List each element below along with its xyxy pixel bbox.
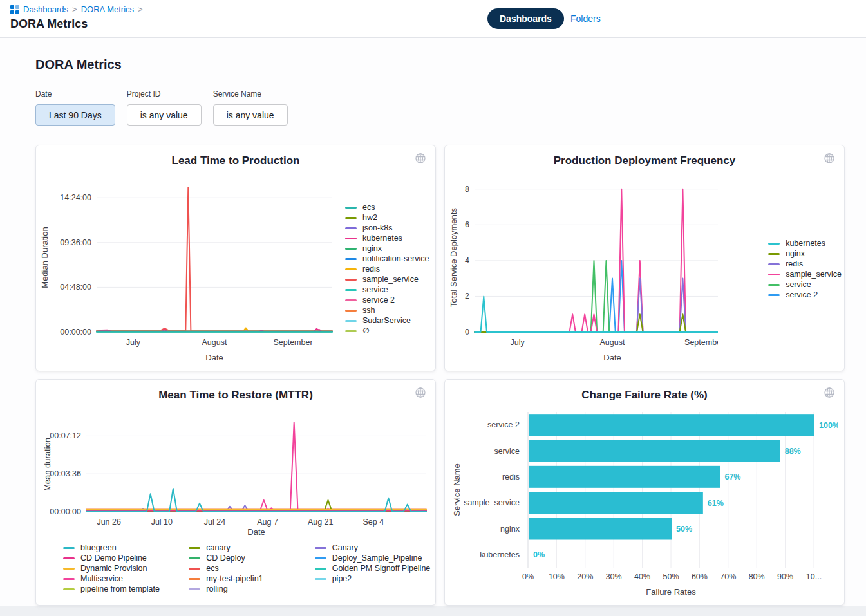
globe-icon[interactable]	[413, 151, 428, 167]
tab-folders[interactable]: Folders	[567, 13, 605, 24]
mttr-chart-title: Mean Time to Restore (MTTR)	[36, 380, 435, 402]
legend-item[interactable]: ssh	[345, 306, 429, 315]
svg-text:20%: 20%	[577, 572, 593, 581]
filter-project-id-label: Project ID	[127, 89, 202, 98]
svg-text:6: 6	[465, 220, 469, 229]
legend-swatch	[189, 588, 200, 590]
legend-item[interactable]: CD Demo Pipeline	[63, 554, 184, 563]
svg-text:04:48:00: 04:48:00	[60, 283, 91, 292]
breadcrumb-link-dora-metrics[interactable]: DORA Metrics	[81, 5, 134, 14]
change-failure-rate-card: Change Failure Rate (%) 0%10%20%30%40%50…	[444, 379, 845, 606]
filter-project-id-button[interactable]: is any value	[127, 104, 202, 126]
legend-swatch	[345, 258, 357, 260]
legend-label: my-test-pipelin1	[206, 575, 263, 583]
legend-item[interactable]: Canary	[315, 544, 435, 552]
header-page-title: DORA Metrics	[10, 17, 88, 31]
legend-swatch	[768, 243, 780, 245]
legend-item[interactable]: redis	[768, 260, 842, 268]
legend-swatch	[345, 279, 357, 281]
legend-item[interactable]: Golden PM Signoff Pipeline	[315, 565, 435, 573]
legend-item[interactable]: service 2	[768, 291, 842, 299]
legend-swatch	[315, 568, 326, 570]
legend-label: nginx	[362, 245, 382, 253]
legend-item[interactable]: Dynamic Provision	[63, 565, 184, 573]
legend-item[interactable]: ecs	[189, 565, 309, 573]
lead-time-card: Lead Time to Production 00:00:0004:48:00…	[35, 145, 436, 371]
legend-swatch	[768, 274, 780, 275]
globe-icon[interactable]	[822, 151, 836, 167]
legend-item[interactable]: ∅	[345, 327, 429, 335]
legend-swatch	[63, 557, 75, 559]
filter-date: Date Last 90 Days	[35, 89, 115, 126]
svg-text:Service Name: Service Name	[452, 463, 462, 516]
filter-service-name-button[interactable]: is any value	[213, 104, 288, 126]
breadcrumb: Dashboards > DORA Metrics >	[10, 5, 143, 14]
legend-label: redis	[786, 260, 803, 268]
filter-bar: Date Last 90 Days Project ID is any valu…	[35, 89, 288, 126]
svg-text:50%: 50%	[663, 572, 679, 581]
legend-swatch	[345, 310, 357, 312]
svg-text:00:00:00: 00:00:00	[50, 507, 81, 516]
legend-item[interactable]: json-k8s	[345, 224, 429, 232]
legend-label: service 2	[786, 291, 818, 299]
globe-icon[interactable]	[413, 386, 428, 402]
legend-item[interactable]: service 2	[345, 296, 429, 304]
legend-label: sample_service	[786, 270, 842, 279]
legend-item[interactable]: CD Deploy	[189, 554, 309, 563]
svg-text:14:24:00: 14:24:00	[60, 193, 91, 202]
filter-date-button[interactable]: Last 90 Days	[35, 104, 115, 126]
mttr-chart-plot[interactable]: 00:00:0000:03:3600:07:12Jun 26Jul 10Jul …	[41, 408, 430, 539]
svg-text:Jul 24: Jul 24	[204, 518, 225, 527]
mttr-card: Mean Time to Restore (MTTR) 00:00:0000:0…	[35, 379, 436, 606]
globe-icon[interactable]	[815, 386, 836, 400]
legend-item[interactable]: SudarService	[345, 317, 429, 325]
legend-item[interactable]: sample_service	[345, 275, 429, 284]
breadcrumb-link-dashboards[interactable]: Dashboards	[23, 5, 68, 14]
legend-item[interactable]: Deploy_Sample_Pipeline	[315, 554, 435, 563]
legend-item[interactable]: kubernetes	[768, 239, 842, 248]
legend-item[interactable]: service	[345, 286, 429, 294]
svg-text:0: 0	[465, 328, 469, 337]
svg-text:Sep 4: Sep 4	[363, 518, 384, 527]
legend-item[interactable]: pipeline from template	[63, 585, 184, 593]
svg-text:8: 8	[465, 185, 469, 194]
lead-time-chart-plot[interactable]: 00:00:0004:48:0009:36:0014:24:00JulyAugu…	[39, 174, 336, 364]
legend-label: CD Deploy	[206, 554, 245, 563]
legend-item[interactable]: notification-service	[345, 255, 429, 263]
legend-item[interactable]: sample_service	[768, 270, 842, 279]
svg-text:redis: redis	[502, 472, 520, 481]
legend-item[interactable]: service	[768, 281, 842, 289]
legend-label: CD Demo Pipeline	[80, 554, 147, 563]
legend-label: ssh	[362, 306, 375, 315]
legend-swatch	[345, 330, 357, 332]
legend-item[interactable]: redis	[345, 265, 429, 274]
svg-text:67%: 67%	[724, 472, 740, 481]
legend-item[interactable]: rolling	[189, 585, 309, 593]
legend-item[interactable]: nginx	[768, 250, 842, 258]
deployment-frequency-chart-plot[interactable]: 02468JulyAugustSeptemberDateTotal Servic…	[447, 174, 718, 364]
legend-item[interactable]: nginx	[345, 245, 429, 253]
legend-label: rolling	[206, 585, 227, 593]
legend-item[interactable]: ecs	[345, 203, 429, 212]
legend-label: service 2	[362, 296, 395, 304]
legend-item[interactable]: hw2	[345, 214, 429, 222]
legend-label: SudarService	[362, 317, 411, 325]
change-failure-rate-chart-plot[interactable]: 0%10%20%30%40%50%60%70%80%90%10...servic…	[452, 408, 838, 601]
legend-item[interactable]: kubernetes	[345, 234, 429, 243]
legend-item[interactable]: bluegreen	[63, 544, 184, 552]
svg-text:Aug 7: Aug 7	[257, 518, 278, 527]
legend-item[interactable]: pipe2	[315, 575, 435, 583]
tab-dashboards[interactable]: Dashboards	[487, 8, 564, 29]
svg-text:Jul 10: Jul 10	[151, 518, 173, 527]
legend-item[interactable]: canary	[189, 544, 309, 552]
legend-swatch	[345, 207, 357, 209]
svg-text:88%: 88%	[785, 447, 801, 456]
svg-text:100%: 100%	[819, 421, 838, 430]
svg-text:Failure Rates: Failure Rates	[646, 587, 696, 597]
svg-text:00:00:00: 00:00:00	[60, 328, 91, 337]
legend-swatch	[345, 217, 357, 219]
legend-item[interactable]: Multiservice	[63, 575, 184, 583]
svg-text:50%: 50%	[676, 525, 692, 534]
legend-item[interactable]: my-test-pipelin1	[189, 575, 309, 583]
svg-text:09:36:00: 09:36:00	[60, 238, 91, 247]
